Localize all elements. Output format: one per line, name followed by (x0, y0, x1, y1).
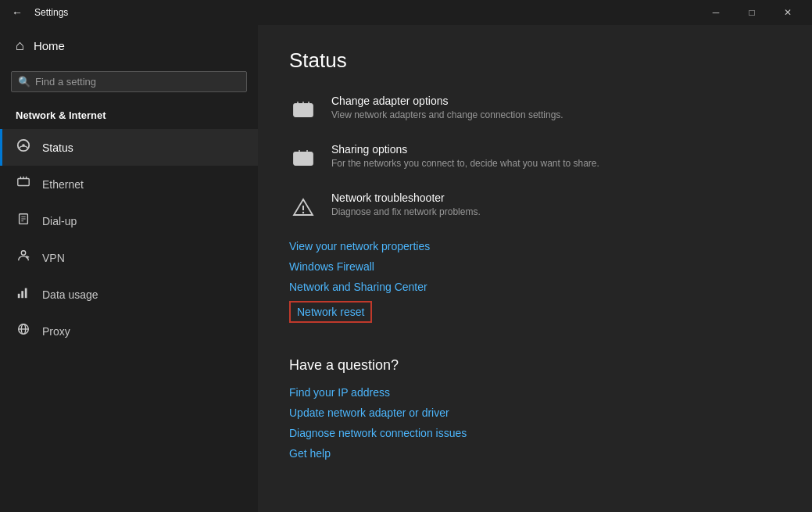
page-title: Status (289, 48, 781, 73)
search-icon: 🔍 (18, 76, 30, 88)
sharing-options-desc: For the networks you connect to, decide … (331, 158, 599, 169)
sidebar: ⌂ Home 🔍 Network & Internet Status Ether… (0, 25, 258, 512)
change-adapter-title: Change adapter options (331, 95, 563, 107)
svg-rect-13 (18, 294, 20, 298)
network-reset-link[interactable]: Network reset (289, 301, 372, 323)
maximize-button[interactable]: □ (734, 0, 770, 25)
sharing-options-icon (289, 145, 317, 173)
network-troubleshooter-icon (289, 193, 317, 221)
search-input[interactable] (35, 76, 240, 88)
svg-rect-2 (18, 179, 29, 186)
sharing-options-title: Sharing options (331, 143, 599, 156)
dialup-icon (16, 212, 31, 230)
question-link-find-ip[interactable]: Find your IP address (289, 386, 781, 399)
sidebar-item-data-usage[interactable]: Data usage (0, 276, 258, 313)
titlebar-title: Settings (34, 7, 698, 18)
home-label: Home (34, 39, 65, 52)
sidebar-nav: Status Ethernet Dial-up VPN Data usage P… (0, 129, 258, 349)
data-usage-icon (16, 285, 31, 303)
svg-rect-20 (294, 104, 313, 116)
question-link-get-help[interactable]: Get help (289, 447, 781, 460)
sidebar-item-label: Data usage (42, 288, 98, 301)
option-change-adapter: Change adapter options View network adap… (289, 95, 781, 124)
vpn-icon (16, 249, 31, 267)
change-adapter-desc: View network adapters and change connect… (331, 109, 563, 120)
close-button[interactable]: ✕ (770, 0, 806, 25)
links-list: View your network propertiesWindows Fire… (289, 240, 781, 293)
titlebar: ← Settings ─ □ ✕ (0, 0, 812, 25)
svg-point-28 (302, 212, 304, 213)
question-link-update-adapter[interactable]: Update network adapter or driver (289, 406, 781, 419)
proxy-icon (16, 322, 31, 340)
svg-rect-16 (28, 287, 29, 298)
app-body: ⌂ Home 🔍 Network & Internet Status Ether… (0, 25, 812, 512)
sidebar-item-label: VPN (42, 252, 65, 264)
sidebar-item-home[interactable]: ⌂ Home (0, 25, 258, 66)
sidebar-item-vpn[interactable]: VPN (0, 239, 258, 276)
ethernet-icon (16, 175, 31, 193)
svg-point-1 (22, 144, 25, 147)
svg-point-10 (21, 251, 25, 255)
window-controls: ─ □ ✕ (698, 0, 806, 25)
have-a-question-heading: Have a question? (289, 357, 781, 374)
question-link-diagnose[interactable]: Diagnose network connection issues (289, 427, 781, 439)
sidebar-item-proxy[interactable]: Proxy (0, 313, 258, 349)
svg-rect-14 (21, 291, 23, 298)
option-network-troubleshooter: Network troubleshooter Diagnose and fix … (289, 192, 781, 221)
link-windows-firewall[interactable]: Windows Firewall (289, 260, 781, 273)
question-links-list: Find your IP addressUpdate network adapt… (289, 386, 781, 460)
sidebar-item-status[interactable]: Status (0, 129, 258, 166)
home-icon: ⌂ (16, 38, 24, 54)
change-adapter-icon (289, 96, 317, 124)
sidebar-item-label: Status (42, 141, 73, 154)
network-troubleshooter-title: Network troubleshooter (331, 192, 481, 204)
link-view-network-properties[interactable]: View your network properties (289, 240, 781, 252)
option-sharing-options: Sharing options For the networks you con… (289, 143, 781, 173)
sidebar-section-title: Network & Internet (0, 103, 258, 129)
sidebar-item-dialup[interactable]: Dial-up (0, 202, 258, 239)
network-troubleshooter-desc: Diagnose and fix network problems. (331, 206, 481, 217)
sidebar-item-label: Proxy (42, 325, 70, 338)
svg-rect-15 (25, 288, 27, 299)
sidebar-item-ethernet[interactable]: Ethernet (0, 166, 258, 202)
options-list: Change adapter options View network adap… (289, 95, 781, 221)
minimize-button[interactable]: ─ (698, 0, 734, 25)
status-icon (16, 138, 31, 156)
sidebar-item-label: Ethernet (42, 178, 84, 191)
link-network-sharing-center[interactable]: Network and Sharing Center (289, 281, 781, 293)
main-panel: Status Change adapter options View netwo… (258, 25, 812, 512)
sidebar-item-label: Dial-up (42, 215, 77, 227)
sidebar-search-box[interactable]: 🔍 (11, 71, 247, 92)
back-button[interactable]: ← (6, 2, 28, 23)
